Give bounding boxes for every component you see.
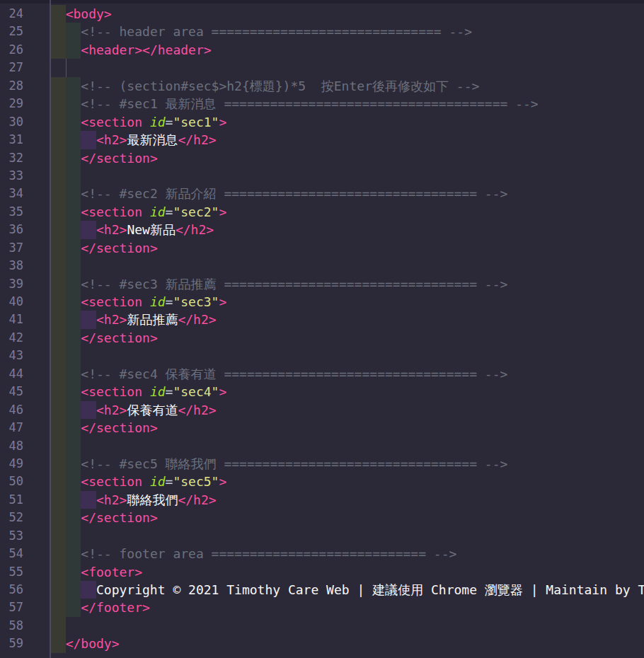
code-line-26[interactable]: 26<header></header> — [0, 41, 644, 59]
indent-rainbow-block — [50, 617, 66, 635]
code-content[interactable] — [50, 617, 644, 635]
code-line-33[interactable]: 33 — [0, 167, 644, 185]
line-number: 27 — [0, 59, 23, 76]
token-attr: id — [150, 113, 166, 131]
code-line-52[interactable]: 52</section> — [0, 509, 644, 526]
token-tag: <section — [81, 293, 142, 311]
code-line-48[interactable]: 48 — [0, 437, 644, 455]
code-line-41[interactable]: 41<h2>新品推薦</h2> — [0, 311, 644, 328]
code-content[interactable]: <h2>New新品</h2> — [50, 221, 644, 238]
line-number: 24 — [0, 5, 23, 23]
code-line-27[interactable]: 27 — [0, 59, 644, 76]
code-content[interactable]: <footer> — [50, 563, 644, 581]
code-content[interactable] — [50, 167, 644, 185]
code-line-40[interactable]: 40<section id="sec3"> — [0, 293, 644, 311]
indent-rainbow-block — [50, 23, 66, 40]
code-content[interactable]: </section> — [50, 329, 644, 347]
code-content[interactable] — [50, 347, 644, 364]
code-content[interactable]: <!-- #sec1 最新消息 ========================… — [50, 95, 644, 112]
code-content[interactable]: <h2>聯絡我們</h2> — [50, 491, 644, 509]
code-line-50[interactable]: 50<section id="sec5"> — [0, 473, 644, 490]
indent-rainbow-block — [66, 131, 81, 149]
code-line-36[interactable]: 36<h2>New新品</h2> — [0, 221, 644, 238]
code-content[interactable]: </footer> — [50, 599, 644, 616]
code-line-35[interactable]: 35<section id="sec2"> — [0, 203, 644, 221]
code-line-30[interactable]: 30<section id="sec1"> — [0, 113, 644, 131]
token-tag: <h2> — [96, 311, 127, 328]
code-content[interactable]: </section> — [50, 239, 644, 257]
code-content[interactable]: <h2>最新消息</h2> — [50, 131, 644, 149]
code-line-59[interactable]: 59</body> — [0, 635, 644, 652]
code-line-47[interactable]: 47</section> — [0, 419, 644, 437]
code-content[interactable]: <!-- footer area =======================… — [50, 545, 644, 562]
code-content[interactable]: <section id="sec4"> — [50, 383, 644, 400]
code-line-34[interactable]: 34<!-- #sec2 新品介紹 ======================… — [0, 185, 644, 202]
gutter-space — [23, 617, 50, 635]
code-content[interactable]: <section id="sec5"> — [50, 473, 644, 490]
code-content[interactable]: </section> — [50, 509, 644, 526]
code-content[interactable]: <!-- header area =======================… — [50, 23, 644, 40]
gutter-space — [23, 149, 50, 167]
code-content[interactable]: <header></header> — [50, 41, 644, 59]
code-content[interactable] — [50, 257, 644, 275]
code-content[interactable]: <body> — [50, 5, 644, 23]
indent-rainbow-block — [66, 275, 81, 293]
code-content[interactable]: <!-- #sec5 聯絡我們 ========================… — [50, 455, 644, 473]
code-line-39[interactable]: 39<!-- #sec3 新品推薦 ======================… — [0, 275, 644, 293]
code-line-51[interactable]: 51<h2>聯絡我們</h2> — [0, 491, 644, 509]
code-content[interactable]: <!-- #sec4 保養有道 ========================… — [50, 365, 644, 383]
code-editor[interactable]: 24<body>25<!-- header area =============… — [0, 0, 644, 658]
indent-rainbow-block — [66, 23, 81, 40]
line-number: 33 — [0, 167, 23, 185]
line-number: 45 — [0, 383, 23, 400]
code-content[interactable] — [50, 437, 644, 455]
token-tag: </h2> — [178, 311, 216, 328]
code-line-43[interactable]: 43 — [0, 347, 644, 364]
code-content[interactable]: <!-- (section#sec$>h2{標題})*5 按Enter後再修改如… — [50, 77, 644, 95]
code-content[interactable]: </body> — [50, 635, 644, 652]
code-line-53[interactable]: 53 — [0, 527, 644, 545]
token-tag: </body> — [66, 635, 120, 652]
editor-lines[interactable]: 24<body>25<!-- header area =============… — [0, 0, 644, 653]
code-content[interactable]: <section id="sec2"> — [50, 203, 644, 221]
code-line-31[interactable]: 31<h2>最新消息</h2> — [0, 131, 644, 149]
token-tag: </h2> — [178, 131, 216, 149]
token-txt: Copyright © 2021 Timothy Care Web | 建議使用… — [96, 581, 644, 599]
code-content[interactable]: <section id="sec1"> — [50, 113, 644, 131]
code-content[interactable]: <h2>新品推薦</h2> — [50, 311, 644, 328]
code-line-56[interactable]: 56Copyright © 2021 Timothy Care Web | 建議… — [0, 581, 644, 599]
code-content[interactable]: <!-- #sec2 新品介紹 ========================… — [50, 185, 644, 202]
token-txt: 新品推薦 — [127, 311, 178, 328]
code-line-28[interactable]: 28<!-- (section#sec$>h2{標題})*5 按Enter後再修… — [0, 77, 644, 95]
code-content[interactable] — [50, 59, 644, 76]
code-line-55[interactable]: 55<footer> — [0, 563, 644, 581]
code-line-58[interactable]: 58 — [0, 617, 644, 635]
code-line-32[interactable]: 32</section> — [0, 149, 644, 167]
code-line-25[interactable]: 25<!-- header area =====================… — [0, 23, 644, 40]
code-line-54[interactable]: 54<!-- footer area =====================… — [0, 545, 644, 562]
gutter-space — [23, 275, 50, 293]
token-tag: <h2> — [96, 401, 127, 419]
code-content[interactable] — [50, 527, 644, 545]
code-line-38[interactable]: 38 — [0, 257, 644, 275]
code-line-37[interactable]: 37</section> — [0, 239, 644, 257]
code-content[interactable]: <!-- #sec3 新品推薦 ========================… — [50, 275, 644, 293]
code-line-45[interactable]: 45<section id="sec4"> — [0, 383, 644, 400]
token-tag: </h2> — [178, 491, 216, 509]
code-line-24[interactable]: 24<body> — [0, 5, 644, 23]
code-line-29[interactable]: 29<!-- #sec1 最新消息 ======================… — [0, 95, 644, 112]
code-line-46[interactable]: 46<h2>保養有道</h2> — [0, 401, 644, 419]
code-line-42[interactable]: 42</section> — [0, 329, 644, 347]
gutter-space — [23, 257, 50, 275]
code-content[interactable]: <section id="sec3"> — [50, 293, 644, 311]
indent-rainbow-block — [50, 527, 66, 545]
code-content[interactable]: </section> — [50, 419, 644, 437]
code-line-49[interactable]: 49<!-- #sec5 聯絡我們 ======================… — [0, 455, 644, 473]
code-content[interactable]: Copyright © 2021 Timothy Care Web | 建議使用… — [50, 581, 644, 599]
line-number: 50 — [0, 473, 23, 490]
code-content[interactable]: <h2>保養有道</h2> — [50, 401, 644, 419]
code-line-44[interactable]: 44<!-- #sec4 保養有道 ======================… — [0, 365, 644, 383]
token-tag: <section — [81, 113, 142, 131]
code-content[interactable]: </section> — [50, 149, 644, 167]
code-line-57[interactable]: 57</footer> — [0, 599, 644, 616]
